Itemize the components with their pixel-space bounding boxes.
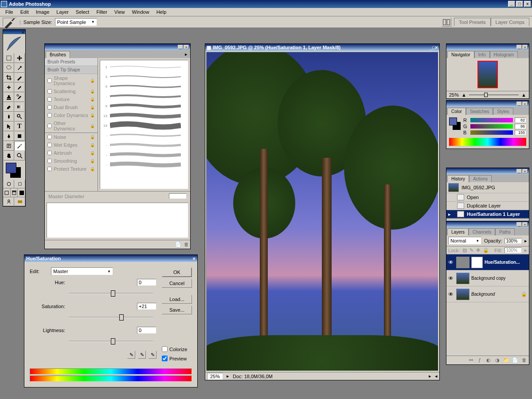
tab-histogram[interactable]: Histogram <box>490 51 518 58</box>
tab-swatches[interactable]: Swatches <box>466 108 493 115</box>
lock-trans-icon[interactable]: ▨ <box>462 247 467 253</box>
brush-opt-dual[interactable]: Dual Brush🔒 <box>45 103 98 111</box>
marquee-tool[interactable] <box>4 53 14 63</box>
menu-image[interactable]: Image <box>32 8 53 16</box>
maximize-button[interactable]: □ <box>516 1 523 7</box>
visibility-icon[interactable]: 👁 <box>448 275 454 282</box>
color-picker-swatches[interactable] <box>449 117 461 134</box>
g-slider[interactable] <box>470 124 513 129</box>
palette-toggle-icon[interactable] <box>442 18 451 27</box>
menu-help[interactable]: Help <box>153 8 170 16</box>
opacity-input[interactable]: 100% <box>505 238 522 244</box>
r-slider[interactable] <box>470 118 513 122</box>
brush-strokes-list[interactable]: 1 3 5 - 9 13 19 - - - - <box>100 60 188 189</box>
group-icon[interactable]: 📁 <box>503 357 509 363</box>
blur-tool[interactable] <box>4 112 14 121</box>
visibility-icon[interactable]: 👁 <box>448 291 454 297</box>
hs-close-icon[interactable]: × <box>193 256 196 261</box>
tab-tool-presets[interactable]: Tool Presets <box>454 18 491 26</box>
hist-min-icon[interactable]: _ <box>516 169 522 173</box>
visibility-icon[interactable]: 👁 <box>448 259 454 266</box>
color-min-icon[interactable]: _ <box>516 102 522 106</box>
nav-zoom-value[interactable]: 25% <box>449 92 459 98</box>
menu-layer[interactable]: Layer <box>53 8 72 16</box>
brushes-minimize-icon[interactable]: _ <box>178 45 183 49</box>
brushes-menu-icon[interactable]: ▸ <box>182 51 190 58</box>
brush-opt-smooth[interactable]: Smoothing🔒 <box>45 157 98 165</box>
lasso-tool[interactable] <box>4 63 14 73</box>
light-slider[interactable] <box>69 337 153 345</box>
g-value[interactable]: 86 <box>515 124 526 129</box>
layers-min-icon[interactable]: _ <box>516 222 522 227</box>
layer-item[interactable]: 👁 Background copy <box>446 270 529 286</box>
tab-actions[interactable]: Actions <box>469 175 492 182</box>
nav-min-icon[interactable]: _ <box>516 45 522 49</box>
scroll-right-icon[interactable]: ◂ <box>435 373 438 379</box>
scroll-left-icon[interactable]: ▸ <box>429 373 431 379</box>
tab-paths[interactable]: Paths <box>495 228 515 235</box>
screen-standard-icon[interactable] <box>3 188 11 197</box>
type-tool[interactable]: T <box>14 121 25 131</box>
brush-opt-protect[interactable]: Protect Texture🔒 <box>45 165 98 173</box>
lock-paint-icon[interactable]: ✎ <box>469 247 473 253</box>
brush-tip-section[interactable]: Brush Tip Shape <box>45 66 98 74</box>
close-button[interactable]: × <box>524 1 531 7</box>
doc-close-icon[interactable]: × <box>435 45 438 50</box>
brush-presets-section[interactable]: Brush Presets <box>45 58 98 66</box>
layers-close-icon[interactable]: × <box>522 222 528 227</box>
zoom-out-icon[interactable]: ▲ <box>462 92 466 98</box>
standard-mode-icon[interactable] <box>3 180 14 188</box>
zoom-slider[interactable] <box>469 94 519 95</box>
tab-layers[interactable]: Layers <box>447 228 469 235</box>
move-tool[interactable] <box>14 53 25 63</box>
toolbox-close-icon[interactable]: × <box>22 30 24 34</box>
cancel-button[interactable]: Cancel <box>162 279 192 288</box>
save-button[interactable]: Save... <box>162 305 192 314</box>
hue-value[interactable]: 0 <box>137 279 156 286</box>
tab-history[interactable]: History <box>447 175 469 182</box>
zoom-field[interactable]: 25% <box>207 373 223 380</box>
history-item[interactable]: Open <box>446 193 529 202</box>
layer-name[interactable]: Hue/Saturation... <box>485 260 527 265</box>
brush-opt-scatter[interactable]: Scattering🔒 <box>45 87 98 95</box>
brush-opt-wet[interactable]: Wet Edges🔒 <box>45 141 98 149</box>
light-value[interactable]: 0 <box>137 327 156 334</box>
brush-opt-noise[interactable]: Noise🔒 <box>45 133 98 141</box>
brush-opt-texture[interactable]: Texture🔒 <box>45 95 98 103</box>
fx-icon[interactable]: ƒ <box>477 357 483 363</box>
brush-tool[interactable] <box>14 82 25 92</box>
dodge-tool[interactable] <box>14 112 25 121</box>
brush-opt-shape[interactable]: Shape Dynamics🔒 <box>45 74 98 87</box>
master-diameter-input[interactable] <box>169 193 187 199</box>
brushes-close-icon[interactable]: × <box>184 45 189 49</box>
color-swatch[interactable] <box>3 161 25 180</box>
mask-icon[interactable]: ◐ <box>485 357 492 363</box>
link-icon[interactable]: ⚯ <box>468 357 474 363</box>
lock-move-icon[interactable]: ✥ <box>476 247 480 253</box>
delete-brush-icon[interactable]: 🗑 <box>183 241 189 247</box>
tab-brushes[interactable]: Brushes <box>46 51 70 58</box>
r-value[interactable]: 82 <box>515 117 526 123</box>
b-slider[interactable] <box>470 130 513 135</box>
history-item[interactable]: ▸Hue/Saturation 1 Layer <box>446 210 529 219</box>
menu-edit[interactable]: Edit <box>17 8 32 16</box>
screen-full-icon[interactable] <box>18 188 25 197</box>
menu-view[interactable]: View <box>111 8 129 16</box>
wand-tool[interactable] <box>14 63 25 73</box>
tab-color[interactable]: Color <box>447 108 466 115</box>
layer-item[interactable]: 👁 Background 🔒 <box>446 286 529 302</box>
eyedropper-icon[interactable]: ✎ <box>127 351 135 359</box>
crop-tool[interactable] <box>4 73 14 82</box>
foreground-color[interactable] <box>6 163 16 173</box>
stamp-tool[interactable] <box>4 92 14 102</box>
edit-dropdown[interactable]: Master▼ <box>51 267 113 275</box>
notes-tool[interactable] <box>4 141 14 151</box>
eyedropper-sub-icon[interactable]: ✎ <box>149 351 156 359</box>
zoom-tool[interactable] <box>14 151 25 160</box>
doc-maximize-icon[interactable]: □ <box>432 45 435 50</box>
color-close-icon[interactable]: × <box>522 102 528 106</box>
eyedropper-tool[interactable] <box>14 141 25 151</box>
ok-button[interactable]: OK <box>162 267 192 277</box>
tab-info[interactable]: Info <box>474 51 490 58</box>
colorize-checkbox[interactable] <box>162 346 168 352</box>
